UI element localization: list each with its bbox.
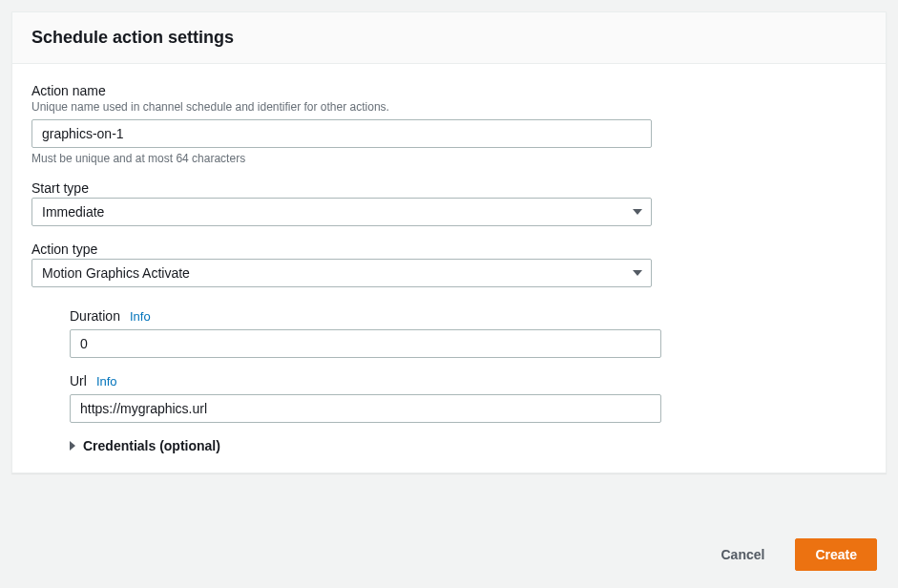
action-name-help: Unique name used in channel schedule and… xyxy=(31,100,867,114)
url-label: Url xyxy=(70,373,87,388)
duration-field: Duration Info xyxy=(70,308,867,358)
url-field: Url Info xyxy=(70,373,867,423)
panel-header: Schedule action settings xyxy=(12,12,886,64)
action-type-label: Action type xyxy=(31,242,867,257)
action-name-input[interactable] xyxy=(31,119,652,148)
action-name-label: Action name xyxy=(31,83,867,98)
footer-actions: Cancel Create xyxy=(701,538,877,571)
duration-label-row: Duration Info xyxy=(70,308,867,324)
duration-label: Duration xyxy=(70,308,120,324)
caret-right-icon xyxy=(70,441,75,451)
action-type-subsection: Duration Info Url Info Credentials (opti… xyxy=(31,308,867,453)
url-info-link[interactable]: Info xyxy=(96,374,117,388)
panel-body: Action name Unique name used in channel … xyxy=(12,64,886,472)
create-button[interactable]: Create xyxy=(795,538,877,571)
action-type-select-wrap: Motion Graphics Activate xyxy=(31,259,652,287)
start-type-label: Start type xyxy=(31,180,867,196)
cancel-button[interactable]: Cancel xyxy=(701,539,783,570)
url-label-row: Url Info xyxy=(70,373,867,388)
start-type-field: Start type Immediate xyxy=(31,180,867,226)
settings-panel: Schedule action settings Action name Uni… xyxy=(11,11,887,473)
panel-title: Schedule action settings xyxy=(31,28,867,48)
credentials-expander[interactable]: Credentials (optional) xyxy=(70,438,867,453)
credentials-label: Credentials (optional) xyxy=(83,438,220,453)
duration-input[interactable] xyxy=(70,329,661,358)
start-type-select-wrap: Immediate xyxy=(31,198,652,226)
action-name-field: Action name Unique name used in channel … xyxy=(31,83,867,165)
url-input[interactable] xyxy=(70,394,661,423)
start-type-select[interactable]: Immediate xyxy=(31,198,652,226)
action-type-select[interactable]: Motion Graphics Activate xyxy=(31,259,652,287)
action-name-hint: Must be unique and at most 64 characters xyxy=(31,152,867,165)
duration-info-link[interactable]: Info xyxy=(130,309,151,324)
action-type-field: Action type Motion Graphics Activate xyxy=(31,242,867,287)
